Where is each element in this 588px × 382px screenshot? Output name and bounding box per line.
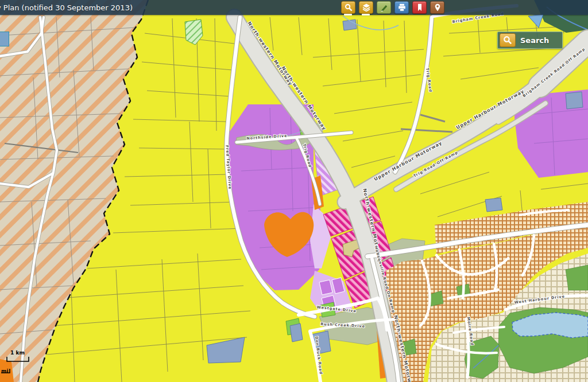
pencil-icon xyxy=(380,3,388,11)
search-icon xyxy=(503,36,512,45)
print-tool-button[interactable] xyxy=(394,1,409,14)
locate-tool-button[interactable] xyxy=(430,1,444,14)
map-canvas[interactable]: North-western MotorwayNorth-western Moto… xyxy=(0,0,588,382)
bookmark-icon xyxy=(416,3,424,11)
search-tool-button[interactable] xyxy=(341,1,355,14)
scale-mi-label: mi xyxy=(1,368,8,374)
scale-bar-lines xyxy=(1,356,41,379)
search-button[interactable] xyxy=(500,33,516,47)
map-pin-icon xyxy=(434,3,442,11)
printer-icon xyxy=(398,3,406,11)
header-bar: y Plan (notified 30 September 2013) xyxy=(0,0,588,15)
docked-panel-edge xyxy=(0,32,9,46)
bookmarks-tool-button[interactable] xyxy=(412,1,427,14)
scale-bar: 1 km mi xyxy=(1,350,41,380)
search-label: Search xyxy=(520,36,549,45)
draw-tool-button[interactable] xyxy=(377,1,391,14)
active-indicator xyxy=(362,14,370,15)
scale-km-label: 1 km xyxy=(10,350,25,356)
layers-icon xyxy=(362,3,370,11)
toolbar xyxy=(341,1,444,14)
map-application: North-western MotorwayNorth-western Moto… xyxy=(0,0,588,382)
magnifier-icon xyxy=(345,3,353,11)
app-title: y Plan (notified 30 September 2013) xyxy=(0,3,133,12)
layers-tool-button[interactable] xyxy=(359,1,373,14)
active-indicator xyxy=(344,14,352,15)
search-widget[interactable]: Search xyxy=(497,32,563,49)
